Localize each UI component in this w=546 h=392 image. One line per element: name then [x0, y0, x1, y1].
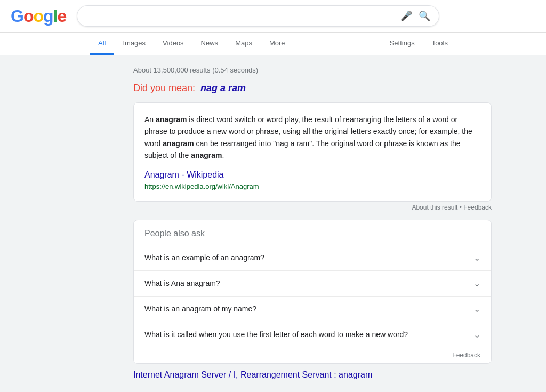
- paa-question-2: What is Ana anagram?: [144, 279, 220, 287]
- nav-tabs: All Images Videos News Maps More Setting…: [0, 33, 546, 55]
- knowledge-card: An anagram is direct word switch or word…: [133, 102, 492, 202]
- tab-videos[interactable]: Videos: [154, 33, 192, 55]
- paa-item-3[interactable]: What is an anagram of my name? ⌄: [134, 296, 491, 322]
- chevron-down-icon-4: ⌄: [473, 330, 480, 340]
- header: Google anagram 🎤 🔍: [0, 0, 546, 33]
- tab-all[interactable]: All: [90, 33, 114, 55]
- tab-news[interactable]: News: [192, 33, 227, 55]
- tab-settings[interactable]: Settings: [381, 33, 423, 55]
- paa-item-4[interactable]: What is it called when you use the first…: [134, 322, 491, 347]
- results-count: About 13,500,000 results (0.54 seconds): [133, 61, 492, 74]
- tab-tools[interactable]: Tools: [423, 33, 456, 55]
- about-this-result-link[interactable]: About this result • Feedback: [412, 204, 492, 211]
- paa-feedback: Feedback: [134, 347, 491, 363]
- search-button[interactable]: 🔍: [419, 10, 430, 22]
- did-you-mean-label: Did you mean:: [133, 83, 195, 93]
- paa-question-3: What is an anagram of my name?: [144, 305, 256, 313]
- chevron-down-icon-2: ⌄: [473, 278, 480, 289]
- wikipedia-url: https://en.wikipedia.org/wiki/Anagram: [144, 182, 259, 190]
- knowledge-card-text: An anagram is direct word switch or word…: [144, 114, 480, 162]
- paa-question-1: What is an example of an anagram?: [144, 253, 264, 262]
- did-you-mean: Did you mean: nag a ram: [133, 83, 492, 94]
- paa-title: People also ask: [134, 220, 491, 245]
- paa-item-1[interactable]: What is an example of an anagram? ⌄: [134, 245, 491, 270]
- people-also-ask-card: People also ask What is an example of an…: [133, 220, 492, 364]
- google-logo: Google: [11, 6, 66, 26]
- search-bar: anagram 🎤 🔍: [77, 5, 439, 27]
- card-meta: About this result • Feedback: [133, 204, 492, 211]
- paa-question-4: What is it called when you use the first…: [144, 330, 408, 339]
- microphone-icon[interactable]: 🎤: [400, 10, 412, 22]
- chevron-down-icon-1: ⌄: [473, 253, 480, 263]
- tab-more[interactable]: More: [261, 33, 294, 55]
- search-icons: 🎤 🔍: [400, 10, 430, 22]
- paa-item-2[interactable]: What is Ana anagram? ⌄: [134, 270, 491, 296]
- tab-maps[interactable]: Maps: [227, 33, 261, 55]
- wikipedia-link[interactable]: Anagram - Wikipedia: [144, 170, 480, 180]
- tab-images[interactable]: Images: [114, 33, 154, 55]
- nav-right: Settings Tools: [381, 33, 456, 55]
- main-content: About 13,500,000 results (0.54 seconds) …: [44, 55, 502, 390]
- did-you-mean-link[interactable]: nag a ram: [200, 83, 246, 93]
- next-result-teaser[interactable]: Internet Anagram Server / I, Rearrangeme…: [133, 370, 492, 380]
- chevron-down-icon-3: ⌄: [473, 304, 480, 314]
- search-input[interactable]: anagram: [86, 11, 396, 21]
